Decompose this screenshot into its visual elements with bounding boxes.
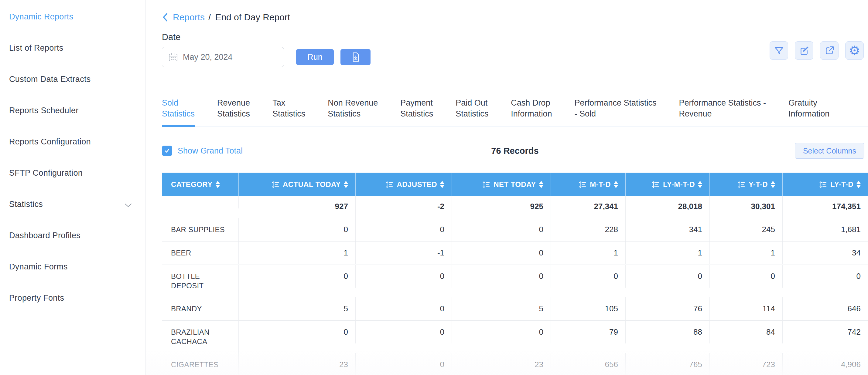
sidebar-item-list-of-reports[interactable]: List of Reports	[0, 43, 145, 75]
tab-revenue-statistics[interactable]: Revenue Statistics	[217, 97, 250, 127]
date-value: May 20, 2024	[183, 53, 232, 62]
sidebar-item-dynamic-reports[interactable]: Dynamic Reports	[0, 12, 145, 43]
tab-payment-statistics[interactable]: Payment Statistics	[400, 97, 433, 127]
chevron-down-icon	[125, 200, 132, 210]
column-header-category[interactable]: CATEGORY	[162, 173, 239, 196]
records-count: 76 Records	[491, 146, 538, 156]
column-header-m-t-d[interactable]: M-T-D	[551, 173, 626, 196]
column-header-y-t-d[interactable]: Y-T-D	[710, 173, 783, 196]
file-download-icon	[351, 52, 361, 62]
tab-sold-statistics[interactable]: Sold Statistics	[162, 97, 195, 127]
value-cell: 105	[551, 297, 626, 320]
sort-arrows-icon[interactable]	[440, 181, 444, 188]
value-cell: 742	[783, 321, 868, 343]
column-header-ly-t-d[interactable]: LY-T-D	[783, 173, 868, 196]
sidebar-nav: Dynamic ReportsList of ReportsCustom Dat…	[0, 12, 145, 325]
sidebar-item-property-fonts[interactable]: Property Fonts	[0, 294, 145, 325]
category-cell: BRANDY	[162, 297, 239, 320]
tab-gratuity-information[interactable]: Gratuity Information	[788, 97, 830, 127]
value-cell: 723	[710, 353, 783, 375]
table-row: CIGARETTES230236567657234,906	[162, 353, 868, 375]
category-cell: BRAZILIAN CACHACA	[162, 321, 239, 353]
value-cell: 88	[626, 321, 710, 343]
checkbox-checked-icon[interactable]	[162, 146, 172, 156]
column-header-net-today[interactable]: NET TODAY	[452, 173, 551, 196]
export-report-button[interactable]	[340, 49, 371, 65]
column-header-adjusted[interactable]: ADJUSTED	[355, 173, 452, 196]
tab-non-revenue-statistics[interactable]: Non Revenue Statistics	[328, 97, 378, 127]
tab-tax-statistics[interactable]: Tax Statistics	[272, 97, 305, 127]
sort-arrows-icon[interactable]	[344, 181, 348, 188]
sort-arrows-icon[interactable]	[614, 181, 618, 188]
tab-performance-statistics-sold[interactable]: Performance Statistics - Sold	[574, 97, 656, 127]
tab-cash-drop-information[interactable]: Cash Drop Information	[511, 97, 552, 127]
sidebar-item-statistics[interactable]: Statistics	[0, 200, 145, 231]
value-cell: 0	[551, 265, 626, 287]
value-cell: 174,351	[783, 196, 868, 218]
value-cell: 0	[355, 297, 452, 320]
column-header-label: M-T-D	[590, 180, 611, 189]
sort-arrows-icon[interactable]	[539, 181, 543, 188]
sidebar-item-custom-data-extracts[interactable]: Custom Data Extracts	[0, 75, 145, 106]
filter-button[interactable]	[770, 41, 788, 60]
sidebar-item-sftp-configuration[interactable]: SFTP Configuration	[0, 168, 145, 200]
column-header-label: LY-T-D	[830, 180, 854, 189]
sort-arrows-icon[interactable]	[771, 181, 775, 188]
category-cell: CIGARETTES	[162, 353, 239, 375]
show-grand-total-toggle[interactable]: Show Grand Total	[162, 146, 491, 156]
value-cell: 0	[452, 218, 551, 241]
table-header-row: CATEGORYACTUAL TODAYADJUSTEDNET TODAYM-T…	[162, 173, 868, 196]
sidebar-item-label: Reports Scheduler	[9, 106, 79, 115]
edit-button[interactable]	[795, 41, 813, 60]
sidebar-item-reports-configuration[interactable]: Reports Configuration	[0, 137, 145, 168]
value-cell: 0	[452, 241, 551, 264]
calendar-icon	[168, 52, 178, 62]
sort-by-value-icon	[819, 180, 827, 189]
sidebar-item-dynamic-forms[interactable]: Dynamic Forms	[0, 262, 145, 294]
filter-icon	[774, 45, 784, 56]
value-cell: 4,906	[783, 353, 868, 375]
filter-row: May 20, 2024 Run	[162, 47, 868, 67]
date-input[interactable]: May 20, 2024	[162, 47, 284, 67]
value-cell: 925	[452, 196, 551, 218]
table-controls: Show Grand Total 76 Records Select Colum…	[162, 143, 868, 159]
settings-button[interactable]: ⚙	[845, 41, 864, 60]
select-columns-button[interactable]: Select Columns	[795, 143, 864, 159]
value-cell: 0	[626, 265, 710, 287]
value-cell: 0	[239, 265, 355, 287]
toolbar: ⚙	[770, 41, 864, 60]
breadcrumb-reports-link[interactable]: Reports	[173, 12, 205, 23]
value-cell: 0	[355, 321, 452, 343]
column-header-ly-m-t-d[interactable]: LY-M-T-D	[626, 173, 710, 196]
sidebar-item-reports-scheduler[interactable]: Reports Scheduler	[0, 106, 145, 137]
main-content: Reports / End of Day Report Date	[146, 0, 868, 375]
sort-arrows-icon[interactable]	[216, 181, 220, 188]
run-button[interactable]: Run	[296, 49, 334, 65]
breadcrumb: Reports / End of Day Report	[162, 12, 868, 23]
sidebar-item-label: List of Reports	[9, 43, 63, 53]
category-cell: BAR SUPPLIES	[162, 218, 239, 241]
sort-by-value-icon	[737, 180, 746, 189]
tab-performance-statistics-revenue[interactable]: Performance Statistics - Revenue	[679, 97, 766, 127]
value-cell: 76	[626, 297, 710, 320]
tab-paid-out-statistics[interactable]: Paid Out Statistics	[456, 97, 488, 127]
value-cell: 84	[710, 321, 783, 343]
external-link-button[interactable]	[820, 41, 839, 60]
value-cell: 23	[452, 353, 551, 375]
value-cell: 114	[710, 297, 783, 320]
value-cell: 245	[710, 218, 783, 241]
value-cell: 927	[239, 196, 355, 218]
value-cell: 1	[551, 241, 626, 264]
back-chevron-icon[interactable]	[162, 13, 169, 22]
sidebar-item-dashboard-profiles[interactable]: Dashboard Profiles	[0, 231, 145, 262]
sort-arrows-icon[interactable]	[698, 181, 702, 188]
table-row: BOTTLE DEPOSIT0000000	[162, 265, 868, 297]
value-cell: 0	[355, 265, 452, 287]
sort-arrows-icon[interactable]	[857, 181, 861, 188]
value-cell: 0	[783, 265, 868, 287]
value-cell: 5	[239, 297, 355, 320]
sort-by-value-icon	[578, 180, 587, 189]
column-header-actual-today[interactable]: ACTUAL TODAY	[239, 173, 355, 196]
value-cell: 0	[452, 321, 551, 343]
grand-total-row: 927-292527,34128,01830,301174,351	[162, 196, 868, 218]
